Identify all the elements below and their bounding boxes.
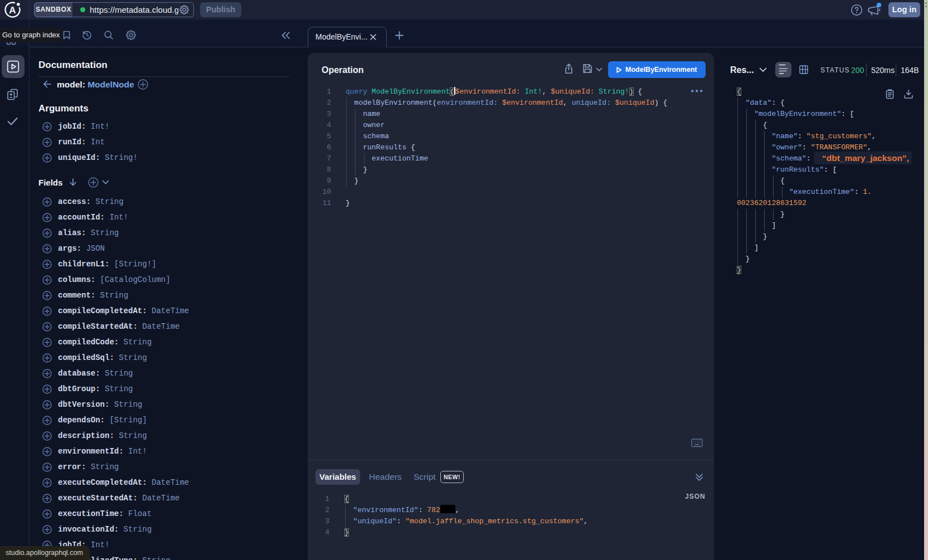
svg-text:A: A [9,5,16,16]
